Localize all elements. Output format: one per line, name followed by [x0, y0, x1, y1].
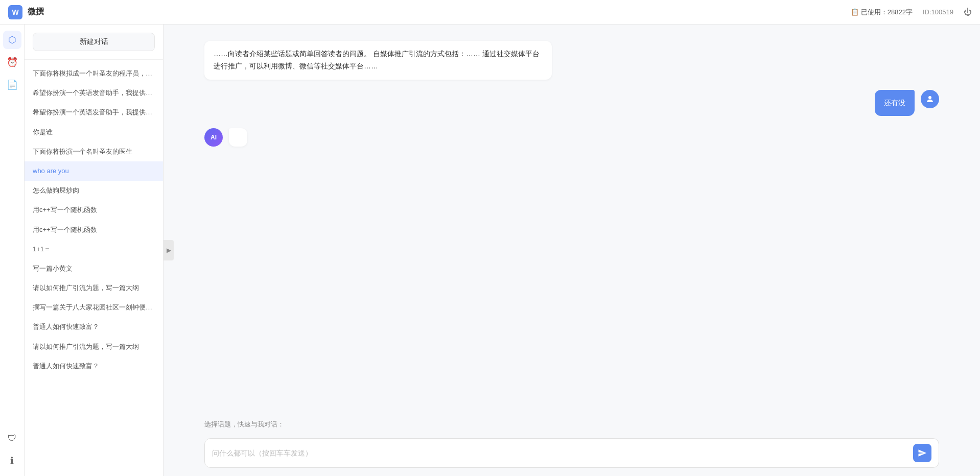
quick-reply-text: 选择话题，快速与我对话：	[204, 420, 284, 428]
message-row-user: 还有没	[164, 86, 980, 121]
usage-icon: 📋	[851, 8, 859, 16]
ai-avatar: AI	[204, 128, 223, 147]
chat-input-wrapper	[204, 438, 939, 468]
app-logo-icon: W	[8, 5, 22, 19]
conversation-item[interactable]: 普通人如何快速致富？	[25, 317, 163, 337]
app-title: 微撰	[28, 7, 44, 17]
usage-display: 📋 已使用：28822字	[851, 8, 913, 17]
send-button[interactable]	[913, 444, 931, 462]
sidebar-item-home[interactable]: ⬡	[3, 31, 21, 49]
power-button[interactable]: ⏻	[964, 8, 972, 17]
sidebar-item-doc[interactable]: 📄	[3, 76, 21, 94]
partial-text: ……向读者介绍某些话题或简单回答读者的问题。 自媒体推广引流的方式包括：…… 通…	[214, 50, 540, 70]
conversation-item[interactable]: 你是谁	[25, 123, 163, 142]
sidebar-item-clock[interactable]: ⏰	[3, 53, 21, 72]
conversation-item[interactable]: 撰写一篇关于八大家花园社区一刻钟便民生...	[25, 298, 163, 317]
user-avatar	[921, 90, 939, 108]
topbar-left: W 微撰	[8, 5, 44, 19]
sidebar-item-shield[interactable]: 🛡	[3, 429, 21, 447]
conv-sidebar-header: 新建对话	[25, 25, 163, 60]
conversation-item[interactable]: 请以如何推广引流为题，写一篇大纲	[25, 278, 163, 298]
ai-avatar-text: AI	[211, 134, 217, 141]
chat-input-area	[164, 432, 980, 476]
logo-letter: W	[12, 8, 18, 16]
partial-message-row: ……向读者介绍某些话题或简单回答读者的问题。 自媒体推广引流的方式包括：…… 通…	[164, 35, 980, 86]
quick-replies-label: 选择话题，快速与我对话：	[164, 414, 980, 432]
sidebar-item-info[interactable]: ℹ	[3, 451, 21, 470]
send-icon	[918, 448, 927, 458]
conversation-item[interactable]: 普通人如何快速致富？	[25, 356, 163, 376]
chat-area: ……向读者介绍某些话题或简单回答读者的问题。 自媒体推广引流的方式包括：…… 通…	[164, 25, 980, 476]
conversation-item[interactable]: 怎么做狗屎炒肉	[25, 181, 163, 200]
conversation-list: 下面你将模拟成一个叫圣友的程序员，我说...希望你扮演一个英语发音助手，我提供给…	[25, 60, 163, 476]
user-message-text: 还有没	[884, 99, 905, 107]
conversation-item[interactable]: 用c++写一个随机函数	[25, 200, 163, 220]
main-layout: ⬡ ⏰ 📄 🛡 ℹ 新建对话 下面你将模拟成一个叫圣友的程序员，我说...希望你…	[0, 25, 980, 476]
new-conversation-button[interactable]: 新建对话	[33, 33, 155, 51]
user-id: ID:100519	[923, 8, 953, 16]
topbar: W 微撰 📋 已使用：28822字 ID:100519 ⏻	[0, 0, 980, 25]
conversation-item[interactable]: who are you	[25, 161, 163, 181]
conversation-item[interactable]: 请以如何推广引流为题，写一篇大纲	[25, 337, 163, 356]
chat-input[interactable]	[212, 448, 909, 459]
conversation-item[interactable]: 希望你扮演一个英语发音助手，我提供给你...	[25, 103, 163, 122]
conversation-item[interactable]: 写一篇小黄文	[25, 259, 163, 278]
icon-sidebar: ⬡ ⏰ 📄 🛡 ℹ	[0, 25, 25, 476]
chat-messages: ……向读者介绍某些话题或简单回答读者的问题。 自媒体推广引流的方式包括：…… 通…	[164, 25, 980, 414]
user-message-bubble: 还有没	[875, 90, 915, 116]
svg-point-0	[928, 96, 931, 99]
conversation-sidebar: 新建对话 下面你将模拟成一个叫圣友的程序员，我说...希望你扮演一个英语发音助手…	[25, 25, 164, 476]
message-row-ai: AI	[164, 124, 980, 151]
ai-message-bubble	[229, 128, 247, 147]
conversation-item[interactable]: 下面你将扮演一个名叫圣友的医生	[25, 142, 163, 161]
conversation-item[interactable]: 用c++写一个随机函数	[25, 220, 163, 240]
conversation-item[interactable]: 下面你将模拟成一个叫圣友的程序员，我说...	[25, 64, 163, 83]
conversation-item[interactable]: 希望你扮演一个英语发音助手，我提供给你...	[25, 83, 163, 103]
conversation-item[interactable]: 1+1＝	[25, 240, 163, 259]
topbar-right: 📋 已使用：28822字 ID:100519 ⏻	[851, 8, 972, 17]
sidebar-collapse-button[interactable]: ▶	[164, 240, 174, 260]
partial-bubble: ……向读者介绍某些话题或简单回答读者的问题。 自媒体推广引流的方式包括：…… 通…	[204, 41, 552, 80]
usage-label: 已使用：28822字	[861, 8, 913, 17]
